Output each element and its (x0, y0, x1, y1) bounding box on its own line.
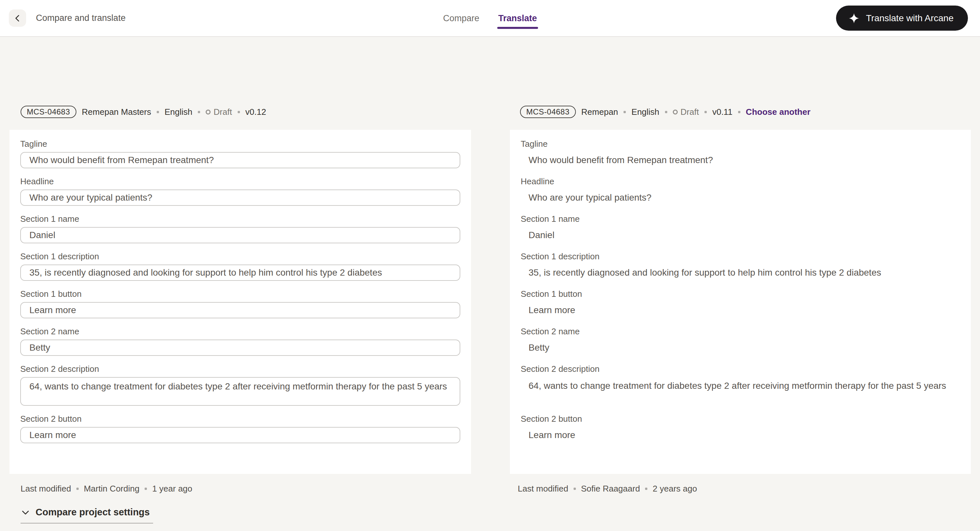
target-id-badge: MCS-04683 (520, 106, 576, 118)
last-modified-author: Sofie Raagaard (581, 484, 640, 494)
section-1-button-value: Learn more (521, 302, 960, 319)
section-1-description-label: Section 1 description (521, 252, 960, 262)
compare-project-settings-label: Compare project settings (36, 507, 150, 518)
main-content: MCS-04683 Remepan Masters English Draft … (0, 37, 980, 523)
tab-compare[interactable]: Compare (443, 13, 479, 23)
section-1-name-value: Daniel (521, 227, 960, 243)
target-status: Draft (673, 107, 699, 117)
source-project-name: Remepan Masters (82, 107, 151, 117)
last-modified-author: Martin Cording (84, 484, 140, 494)
last-modified-label: Last modified (518, 484, 568, 494)
arcane-button-label: Translate with Arcane (866, 13, 953, 24)
section-2-description-value: 64, wants to change treatment for diabet… (521, 377, 955, 406)
section-1-name-label: Section 1 name (521, 214, 960, 224)
back-button[interactable] (9, 10, 26, 27)
section-2-description-label: Section 2 description (521, 364, 960, 374)
dot-separator (705, 111, 707, 113)
chevron-down-icon (21, 507, 30, 517)
headline-value: Who are your typical patients? (521, 190, 960, 206)
headline-label: Headline (20, 176, 460, 187)
target-language: English (632, 107, 659, 117)
last-modified-time: 2 years ago (652, 484, 697, 494)
tagline-value: Who would benefit from Remepan treatment… (521, 152, 960, 168)
dot-separator (738, 111, 740, 113)
dot-separator (624, 111, 626, 113)
source-status: Draft (206, 107, 232, 117)
source-status-label: Draft (213, 107, 232, 117)
section-1-button-label: Section 1 button (20, 289, 460, 299)
sparkle-icon (848, 13, 859, 24)
target-column: MCS-04683 Remepan English Draft v0.11 Ch… (510, 106, 971, 523)
section-2-button-label: Section 2 button (521, 414, 960, 424)
section-2-name-label: Section 2 name (521, 327, 960, 337)
section-1-description-label: Section 1 description (20, 252, 460, 262)
dot-separator (238, 111, 240, 113)
tab-translate[interactable]: Translate (498, 13, 537, 23)
field-section-2-name: Section 2 name Betty (521, 327, 960, 356)
target-project-name: Remepan (581, 107, 618, 117)
dot-separator (157, 111, 159, 113)
header-tabs: Compare Translate (443, 13, 537, 23)
tagline-label: Tagline (521, 139, 960, 149)
field-section-1-name: Section 1 name Daniel (20, 214, 460, 243)
field-tagline: Tagline Who would benefit from Remepan t… (521, 139, 960, 168)
field-headline: Headline Who are your typical patients? (20, 176, 460, 206)
section-1-description-value: 35, is recently diagnosed and looking fo… (521, 265, 960, 281)
section-1-description-input[interactable]: 35, is recently diagnosed and looking fo… (20, 265, 460, 281)
headline-label: Headline (521, 176, 960, 187)
section-2-description-label: Section 2 description (20, 364, 460, 374)
target-meta-row: MCS-04683 Remepan English Draft v0.11 Ch… (520, 106, 971, 118)
dot-separator (198, 111, 200, 113)
field-section-1-name: Section 1 name Daniel (521, 214, 960, 243)
choose-another-link[interactable]: Choose another (746, 107, 811, 117)
section-1-button-label: Section 1 button (521, 289, 960, 299)
field-section-1-description: Section 1 description 35, is recently di… (20, 252, 460, 281)
field-section-1-button: Section 1 button Learn more (20, 289, 460, 319)
target-status-label: Draft (681, 107, 699, 117)
section-1-name-input[interactable]: Daniel (20, 227, 460, 243)
tagline-label: Tagline (20, 139, 460, 149)
source-id-badge: MCS-04683 (21, 106, 76, 118)
page-title: Compare and translate (36, 13, 126, 23)
header-left-group: Compare and translate (9, 10, 126, 27)
headline-input[interactable]: Who are your typical patients? (20, 190, 460, 206)
section-2-name-label: Section 2 name (20, 327, 460, 337)
draft-status-icon (206, 109, 210, 114)
top-header: Compare and translate Compare Translate … (0, 0, 980, 37)
tagline-input[interactable]: Who would benefit from Remepan treatment… (20, 152, 460, 168)
target-card: Tagline Who would benefit from Remepan t… (510, 130, 971, 474)
field-headline: Headline Who are your typical patients? (521, 176, 960, 206)
translate-with-arcane-button[interactable]: Translate with Arcane (836, 6, 968, 31)
source-card: Tagline Who would benefit from Remepan t… (10, 130, 471, 474)
compare-project-settings-toggle[interactable]: Compare project settings (21, 507, 153, 523)
source-column: MCS-04683 Remepan Masters English Draft … (10, 106, 471, 523)
dot-separator (574, 488, 576, 490)
section-2-button-label: Section 2 button (20, 414, 460, 424)
field-section-1-button: Section 1 button Learn more (521, 289, 960, 319)
section-1-button-input[interactable]: Learn more (20, 302, 460, 319)
section-2-description-input[interactable]: 64, wants to change treatment for diabet… (20, 377, 460, 406)
dot-separator (145, 488, 147, 490)
dot-separator (665, 111, 667, 113)
field-tagline: Tagline Who would benefit from Remepan t… (20, 139, 460, 168)
draft-status-icon (673, 109, 678, 114)
source-version: v0.12 (245, 107, 266, 117)
field-section-2-description: Section 2 description 64, wants to chang… (20, 364, 460, 406)
field-section-2-button: Section 2 button Learn more (20, 414, 460, 443)
dot-separator (645, 488, 648, 490)
field-section-2-description: Section 2 description 64, wants to chang… (521, 364, 960, 406)
section-2-button-input[interactable]: Learn more (20, 427, 460, 443)
last-modified-label: Last modified (21, 484, 71, 494)
last-modified-time: 1 year ago (152, 484, 192, 494)
dot-separator (76, 488, 79, 490)
target-version: v0.11 (712, 107, 733, 117)
section-2-name-input[interactable]: Betty (20, 339, 460, 356)
field-section-2-button: Section 2 button Learn more (521, 414, 960, 443)
field-section-2-name: Section 2 name Betty (20, 327, 460, 356)
section-2-name-value: Betty (521, 339, 960, 356)
source-last-modified: Last modified Martin Cording 1 year ago (21, 484, 471, 494)
source-meta-row: MCS-04683 Remepan Masters English Draft … (21, 106, 471, 118)
field-section-1-description: Section 1 description 35, is recently di… (521, 252, 960, 281)
target-last-modified: Last modified Sofie Raagaard 2 years ago (518, 484, 971, 494)
source-language: English (164, 107, 192, 117)
